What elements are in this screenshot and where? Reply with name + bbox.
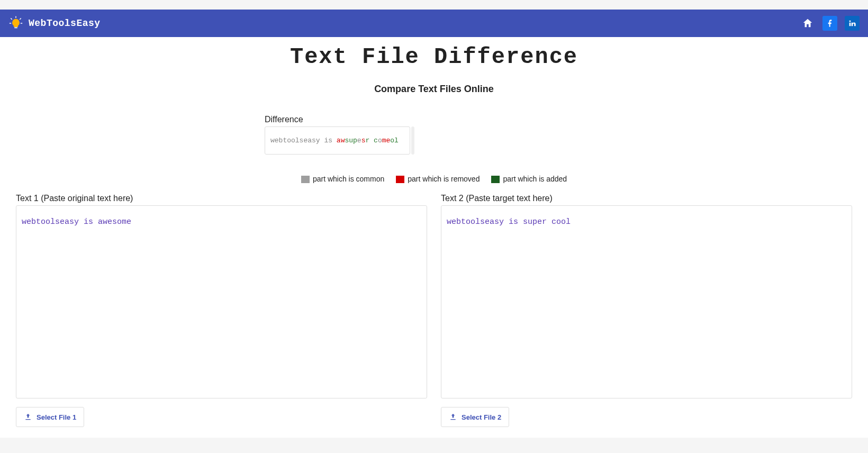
select-file-1-label: Select File 1: [37, 413, 76, 421]
text1-input[interactable]: [16, 205, 427, 398]
brand[interactable]: WebToolsEasy: [8, 16, 101, 31]
legend-added: part which is added: [491, 175, 567, 183]
legend-added-label: part which is added: [503, 175, 567, 183]
diff-output: webtoolseasy is awsupesr comeol: [265, 126, 410, 155]
nav-icons: [800, 16, 860, 31]
scrollbar[interactable]: [411, 126, 414, 155]
svg-line-2: [20, 19, 21, 20]
upload-icon: [449, 413, 457, 421]
diff-segment-added: ol: [390, 137, 399, 144]
diff-segment-common: o: [378, 137, 382, 144]
linkedin-icon[interactable]: [845, 16, 860, 31]
brand-name: WebToolsEasy: [29, 18, 101, 29]
diff-segment-removed: aw: [337, 137, 345, 144]
legend-removed-label: part which is removed: [408, 175, 480, 183]
select-file-2-label: Select File 2: [462, 413, 501, 421]
page-subtitle: Compare Text Files Online: [11, 84, 857, 95]
facebook-icon[interactable]: [822, 16, 837, 31]
svg-rect-5: [14, 27, 17, 29]
top-strip: [0, 0, 868, 10]
legend: part which is common part which is remov…: [0, 175, 868, 183]
navbar: WebToolsEasy: [0, 10, 868, 37]
upload-icon: [24, 413, 32, 421]
lightbulb-icon: [8, 16, 23, 31]
diff-segment-common: e: [357, 137, 361, 144]
home-icon[interactable]: [800, 16, 815, 31]
diff-segment-removed: me: [382, 137, 391, 144]
diff-segment-added: r c: [365, 137, 377, 144]
legend-common: part which is common: [301, 175, 384, 183]
swatch-removed-icon: [396, 176, 404, 183]
diff-label: Difference: [265, 115, 672, 124]
diff-segment-added: sup: [345, 137, 357, 144]
swatch-added-icon: [491, 176, 500, 183]
swatch-common-icon: [301, 176, 310, 183]
diff-segment-common: webtoolseasy is: [270, 137, 337, 144]
legend-removed: part which is removed: [396, 175, 480, 183]
select-file-1-button[interactable]: Select File 1: [16, 407, 84, 427]
text2-input[interactable]: [441, 205, 852, 398]
page-title: Text File Difference: [11, 44, 857, 70]
select-file-2-button[interactable]: Select File 2: [441, 407, 509, 427]
legend-common-label: part which is common: [313, 175, 384, 183]
svg-line-1: [11, 19, 12, 20]
text2-label: Text 2 (Paste target text here): [441, 194, 852, 203]
text1-label: Text 1 (Paste original text here): [16, 194, 427, 203]
